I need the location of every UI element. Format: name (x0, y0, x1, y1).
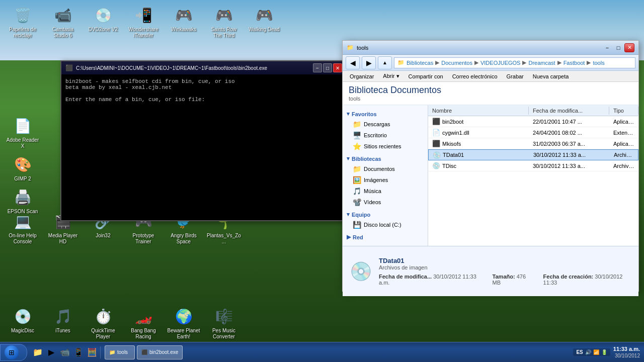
taskbar-item-tools[interactable]: 📁 tools (105, 345, 135, 359)
sidebar-favorites-header[interactable]: ▾ Favoritos (343, 109, 428, 119)
sidebar-favorites-section: ▾ Favoritos 📁 Descargas 🖥️ Escritorio ⭐ … (343, 109, 428, 152)
breadcrumb-videojuegos[interactable]: VIDEOJUEGOS (480, 60, 520, 66)
bang-bang-icon: 🏎️ (133, 306, 153, 326)
sidebar-item-documentos[interactable]: 📁 Documentos (343, 163, 428, 174)
file-row-tdisc[interactable]: 💿 TDisc 30/10/2012 11:33 a... Archivos d… (428, 160, 638, 171)
explorer-titlebar: 📁 tools − □ ✕ (343, 41, 638, 55)
preview-modified: Fecha de modifica... 30/10/2012 11:33 a.… (379, 274, 482, 286)
file-row-cygwin[interactable]: 📄 cygwin1.dll 24/04/2001 08:02 ... Exten… (428, 127, 638, 138)
explorer-maximize-button[interactable]: □ (613, 43, 623, 52)
tdisc-name: TDisc (442, 163, 456, 169)
sidebar-item-sitios-recientes[interactable]: ⭐ Sitios recientes (343, 141, 428, 152)
libraries-collapse-icon: ▾ (347, 155, 350, 162)
cmd-maximize-button[interactable]: □ (323, 63, 332, 72)
favorites-collapse-icon: ▾ (347, 111, 350, 117)
desktop-icon-wondershare[interactable]: 📲 Wondershare iTransfer (126, 5, 161, 39)
breadcrumb-dreamcast[interactable]: Dreamcast (528, 60, 555, 66)
menu-abrir[interactable]: Abrir ▾ (379, 72, 403, 80)
sidebar-item-disco-local[interactable]: 💾 Disco local (C:) (343, 219, 428, 230)
sidebar-libraries-section: ▾ Bibliotecas 📁 Documentos 🖼️ Imágenes 🎵… (343, 154, 428, 208)
desktop-icon-camtasia[interactable]: 📹 Camtasia Studio 6 (45, 5, 80, 39)
magic-disc-icon: 💿 (13, 306, 33, 326)
cmd-title-icon: ⬛ (65, 64, 73, 71)
start-button[interactable]: ⊞ (0, 344, 27, 361)
breadcrumb-bibliotecas[interactable]: Bibliotecas (407, 60, 433, 66)
quicktime-label: QuickTime Player (86, 328, 121, 340)
col-nombre[interactable]: Nombre (428, 107, 529, 115)
folder-subheading: tools (349, 96, 632, 102)
sidebar-item-escritorio[interactable]: 🖥️ Escritorio (343, 130, 428, 141)
camtasia-icon: 📹 (53, 5, 73, 25)
sidebar-item-musica[interactable]: 🎵 Música (343, 186, 428, 197)
col-tipo[interactable]: Tipo (609, 107, 638, 115)
taskbar-quick-video[interactable]: 📹 (59, 346, 71, 358)
breadcrumb-documentos[interactable]: Documentos (441, 60, 472, 66)
taskbar-quick-phone[interactable]: 📱 (72, 346, 85, 358)
desktop-icon-online-help[interactable]: 💻 On-line Help Console (5, 211, 40, 245)
cygwin-file-icon: 📄 (432, 129, 440, 136)
walking-dead-icon: 🎮 (254, 5, 274, 25)
desktop-icon-beware[interactable]: 🌍 Beware Planet Earth! (166, 306, 201, 340)
desktop-icon-dvd2one[interactable]: 💿 DVD2one V2 (86, 5, 121, 39)
menu-compartir[interactable]: Compartir con (405, 72, 447, 80)
taskbar-quick-calc[interactable]: 🧮 (86, 346, 98, 358)
desktop-icon-winkawaks[interactable]: 🎮 Winkawaks (166, 5, 201, 39)
taskbar-right: ES 🔊 📶 🔋 11:33 a.m. 30/10/2012 (569, 345, 644, 359)
desktop-icon-adobe[interactable]: 📄 Adobe Reader X (5, 116, 40, 149)
col-modified[interactable]: Fecha de modifica... (529, 107, 609, 115)
breadcrumb-tools[interactable]: tools (593, 60, 604, 66)
gimp-label: GIMP 2 (14, 176, 31, 182)
address-bar[interactable]: 📁 Bibliotecas ▶ Documentos ▶ VIDEOJUEGOS… (394, 57, 635, 68)
explorer-title-text: tools (357, 45, 368, 51)
taskbar-item-cmd-icon: ⬛ (141, 349, 147, 355)
up-button[interactable]: ▲ (378, 56, 392, 69)
bin2boot-file-icon: ⬛ (432, 118, 440, 125)
taskbar-quick-media[interactable]: ▶ (45, 346, 57, 358)
escritorio-label: Escritorio (364, 132, 387, 138)
menu-nueva-carpeta[interactable]: Nueva carpeta (529, 72, 573, 80)
taskbar-item-cmd[interactable]: ⬛ bin2boot.exe (137, 345, 183, 359)
explorer-minimize-button[interactable]: − (602, 43, 612, 52)
clock-display[interactable]: 11:33 a.m. 30/10/2012 (613, 345, 640, 359)
cmd-minimize-button[interactable]: − (313, 63, 322, 72)
desktop-icon-quicktime[interactable]: ⏱️ QuickTime Player (86, 306, 121, 340)
desktop-icon-saints-row[interactable]: 🎮 Saints Row The Third (206, 5, 242, 39)
desktop-icon-trash[interactable]: 🗑️ Papelera de reciclaje (5, 5, 40, 39)
sidebar-network-header[interactable]: ▶ Red (343, 232, 428, 242)
menu-organizar[interactable]: Organizar (346, 72, 378, 80)
desktop-icon-epson[interactable]: 🖨️ EPSON Scan (5, 187, 40, 215)
adobe-icon: 📄 (13, 116, 33, 136)
cmd-close-button[interactable]: ✕ (333, 63, 342, 72)
menu-correo[interactable]: Correo electrónico (448, 72, 502, 80)
preview-size-label: Tamaño: (493, 274, 515, 280)
desktop-icon-magic-disc[interactable]: 💿 MagicDisc (5, 306, 40, 340)
sidebar-computer-header[interactable]: ▾ Equipo (343, 210, 428, 219)
file-row-tdata01[interactable]: 💿 TData01 30/10/2012 11:33 a... Archivos… (428, 149, 638, 160)
sidebar-item-descargas[interactable]: 📁 Descargas (343, 119, 428, 130)
taskbar-quick-explorer[interactable]: 📁 (32, 346, 44, 358)
beware-label: Beware Planet Earth! (166, 328, 201, 340)
desktop-icon-walking-dead[interactable]: 🎮 Walking Dead (247, 5, 282, 39)
file-row-bin2boot[interactable]: ⬛ bin2boot 22/01/2001 10:47 ... Aplicaci… (428, 116, 638, 127)
disco-local-label: Disco local (C:) (364, 222, 401, 228)
breadcrumb-fastboot[interactable]: Fastboot (564, 60, 585, 66)
desktop-icon-bang-bang[interactable]: 🏎️ Bang Bang Racing (126, 306, 161, 340)
sidebar-item-videos[interactable]: 📽️ Vídeos (343, 197, 428, 208)
imagenes-icon: 🖼️ (353, 176, 361, 184)
quicktime-icon: ⏱️ (93, 306, 113, 326)
cmd-titlebar-buttons: − □ ✕ (313, 63, 342, 72)
bang-bang-label: Bang Bang Racing (126, 328, 161, 340)
sidebar-libraries-header[interactable]: ▾ Bibliotecas (343, 154, 428, 163)
menu-grabar[interactable]: Grabar (503, 72, 528, 80)
escritorio-icon: 🖥️ (353, 131, 361, 139)
desktop-icon-pes-music[interactable]: 🎼 Pes Music Converter (206, 306, 242, 340)
file-row-mkisofs[interactable]: ⬛ Mkisofs 31/02/2003 06:37 a... Aplicaci… (428, 138, 638, 149)
explorer-close-button[interactable]: ✕ (624, 43, 634, 52)
breadcrumb-icon: 📁 (397, 59, 405, 66)
desktop-icon-gimp[interactable]: 🎨 GIMP 2 (5, 154, 40, 182)
sidebar-item-imagenes[interactable]: 🖼️ Imágenes (343, 174, 428, 186)
back-button[interactable]: ◀ (346, 56, 360, 69)
forward-button[interactable]: ▶ (362, 56, 376, 69)
online-help-label: On-line Help Console (5, 233, 40, 245)
desktop-icon-itunes[interactable]: 🎵 iTunes (45, 306, 80, 340)
